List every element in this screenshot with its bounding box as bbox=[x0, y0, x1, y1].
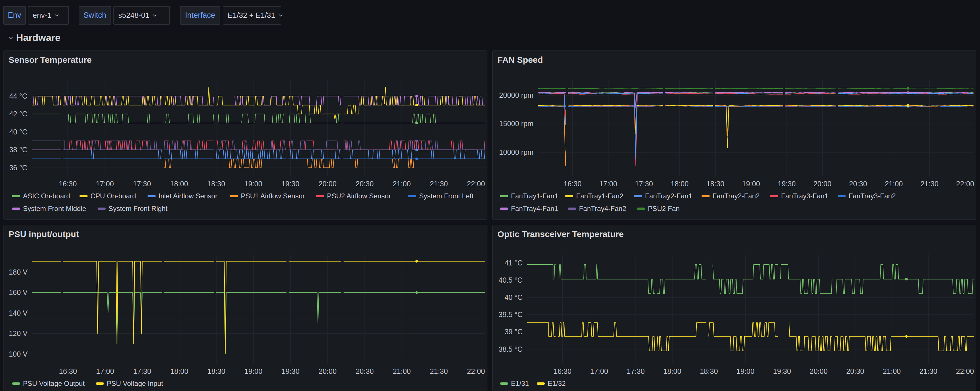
svg-text:22:00: 22:00 bbox=[467, 367, 485, 375]
svg-text:20:30: 20:30 bbox=[356, 367, 374, 375]
svg-text:19:00: 19:00 bbox=[245, 367, 262, 375]
svg-text:17:00: 17:00 bbox=[96, 180, 114, 188]
svg-text:20:30: 20:30 bbox=[356, 180, 374, 188]
svg-text:21:00: 21:00 bbox=[883, 367, 901, 375]
svg-text:40.5 °C: 40.5 °C bbox=[499, 276, 523, 284]
svg-text:44 °C: 44 °C bbox=[9, 92, 27, 100]
svg-text:21:30: 21:30 bbox=[430, 180, 448, 188]
svg-text:160 V: 160 V bbox=[9, 288, 28, 296]
svg-text:17:00: 17:00 bbox=[590, 367, 608, 375]
svg-text:20:00: 20:00 bbox=[319, 180, 337, 188]
svg-text:17:30: 17:30 bbox=[635, 180, 653, 188]
svg-text:16:30: 16:30 bbox=[59, 367, 77, 375]
svg-text:20:30: 20:30 bbox=[846, 367, 864, 375]
svg-text:39.5 °C: 39.5 °C bbox=[499, 310, 523, 318]
svg-text:36 °C: 36 °C bbox=[9, 164, 27, 172]
svg-text:20:30: 20:30 bbox=[849, 180, 867, 188]
svg-text:140 V: 140 V bbox=[9, 309, 28, 317]
svg-text:17:30: 17:30 bbox=[627, 367, 645, 375]
svg-text:21:00: 21:00 bbox=[393, 367, 411, 375]
svg-text:19:30: 19:30 bbox=[282, 367, 300, 375]
svg-text:10000 rpm: 10000 rpm bbox=[499, 148, 534, 156]
svg-text:20:00: 20:00 bbox=[810, 367, 828, 375]
svg-text:180 V: 180 V bbox=[9, 268, 28, 276]
svg-text:39 °C: 39 °C bbox=[504, 328, 523, 336]
svg-text:21:00: 21:00 bbox=[885, 180, 903, 188]
svg-text:16:30: 16:30 bbox=[554, 367, 571, 375]
svg-text:20000 rpm: 20000 rpm bbox=[499, 91, 534, 99]
svg-text:19:30: 19:30 bbox=[281, 180, 299, 188]
svg-text:21:30: 21:30 bbox=[430, 367, 448, 375]
svg-text:18:00: 18:00 bbox=[671, 180, 689, 188]
svg-text:17:00: 17:00 bbox=[599, 180, 617, 188]
svg-text:120 V: 120 V bbox=[9, 329, 28, 337]
svg-text:38.5 °C: 38.5 °C bbox=[499, 345, 523, 353]
svg-text:17:30: 17:30 bbox=[133, 180, 151, 188]
svg-text:18:00: 18:00 bbox=[170, 180, 188, 188]
svg-text:22:00: 22:00 bbox=[956, 367, 974, 375]
svg-text:21:00: 21:00 bbox=[393, 180, 411, 188]
svg-text:21:30: 21:30 bbox=[920, 367, 937, 375]
svg-text:17:30: 17:30 bbox=[133, 367, 151, 375]
svg-text:18:30: 18:30 bbox=[700, 367, 718, 375]
svg-text:22:00: 22:00 bbox=[956, 180, 974, 188]
svg-text:40 °C: 40 °C bbox=[9, 128, 27, 136]
svg-text:20:00: 20:00 bbox=[813, 180, 832, 188]
svg-text:19:30: 19:30 bbox=[778, 180, 796, 188]
svg-text:18:30: 18:30 bbox=[706, 180, 724, 188]
svg-text:18:00: 18:00 bbox=[170, 367, 188, 375]
svg-text:18:00: 18:00 bbox=[663, 367, 681, 375]
svg-text:17:00: 17:00 bbox=[96, 367, 114, 375]
svg-text:100 V: 100 V bbox=[9, 350, 28, 358]
svg-text:40 °C: 40 °C bbox=[504, 293, 523, 301]
svg-text:22:00: 22:00 bbox=[467, 180, 485, 188]
svg-text:18:30: 18:30 bbox=[207, 180, 225, 188]
svg-text:21:30: 21:30 bbox=[921, 180, 939, 188]
svg-text:19:00: 19:00 bbox=[742, 180, 760, 188]
svg-text:19:30: 19:30 bbox=[773, 367, 791, 375]
svg-text:16:30: 16:30 bbox=[59, 180, 77, 188]
svg-text:20:00: 20:00 bbox=[319, 367, 337, 375]
svg-text:42 °C: 42 °C bbox=[9, 110, 27, 118]
svg-text:41 °C: 41 °C bbox=[504, 259, 523, 267]
svg-text:19:00: 19:00 bbox=[244, 180, 262, 188]
svg-text:16:30: 16:30 bbox=[563, 180, 582, 188]
svg-text:38 °C: 38 °C bbox=[9, 146, 27, 154]
svg-text:18:30: 18:30 bbox=[207, 367, 225, 375]
svg-text:15000 rpm: 15000 rpm bbox=[499, 120, 534, 128]
svg-text:19:00: 19:00 bbox=[737, 367, 755, 375]
